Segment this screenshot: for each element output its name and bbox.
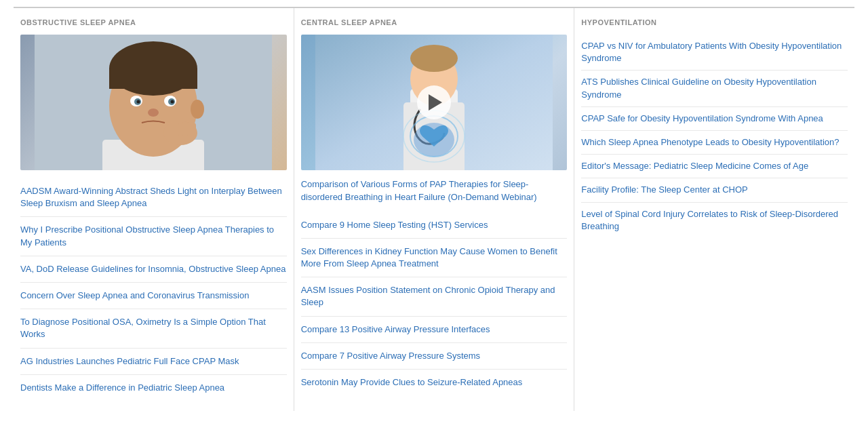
article-link[interactable]: CPAP Safe for Obesity Hypoventilation Sy…	[581, 113, 848, 125]
featured-image-central[interactable]	[301, 35, 568, 170]
article-link[interactable]: To Diagnose Positional OSA, Oximetry Is …	[20, 316, 287, 340]
list-item: Dentists Make a Difference in Pediatric …	[20, 375, 287, 401]
list-item: VA, DoD Release Guidelines for Insomnia,…	[20, 256, 287, 283]
column-header-hypoventilation: HYPOVENTILATION	[581, 18, 848, 26]
columns-container: OBSTRUCTIVE SLEEP APNEA	[14, 7, 854, 411]
list-item: Facility Profile: The Sleep Center at CH…	[581, 178, 848, 202]
svg-rect-15	[174, 123, 179, 136]
article-link[interactable]: AG Industries Launches Pediatric Full Fa…	[20, 355, 287, 368]
play-triangle-icon	[429, 94, 442, 111]
article-link[interactable]: Facility Profile: The Sleep Center at CH…	[581, 184, 848, 196]
list-item: Compare 9 Home Sleep Testing (HST) Servi…	[301, 212, 568, 239]
video-thumbnail[interactable]	[301, 35, 568, 170]
article-link[interactable]: Sex Differences in Kidney Function May C…	[301, 245, 568, 270]
list-item: AASM Issues Position Statement on Chroni…	[301, 277, 568, 316]
obstructive-article-list: AADSM Award-Winning Abstract Sheds Light…	[20, 178, 287, 401]
article-link[interactable]: Concern Over Sleep Apnea and Coronavirus…	[20, 290, 287, 302]
column-obstructive: OBSTRUCTIVE SLEEP APNEA	[14, 8, 294, 411]
article-link[interactable]: AASM Issues Position Statement on Chroni…	[301, 284, 568, 309]
person-svg	[35, 35, 272, 170]
article-link[interactable]: Level of Spinal Cord Injury Correlates t…	[581, 208, 848, 233]
list-item: Compare 7 Positive Airway Pressure Syste…	[301, 343, 568, 370]
svg-point-13	[148, 108, 159, 117]
column-header-central: CENTRAL SLEEP APNEA	[301, 18, 568, 26]
list-item: AADSM Award-Winning Abstract Sheds Light…	[20, 178, 287, 217]
article-link[interactable]: Dentists Make a Difference in Pediatric …	[20, 382, 287, 394]
svg-point-6	[191, 100, 204, 119]
article-link[interactable]: ATS Publishes Clinical Guideline on Obes…	[581, 76, 848, 100]
svg-point-23	[410, 45, 458, 72]
hypoventilation-article-list: CPAP vs NIV for Ambulatory Patients With…	[581, 35, 848, 238]
column-central: CENTRAL SLEEP APNEA	[294, 8, 575, 411]
play-button[interactable]	[417, 85, 451, 119]
list-item: AG Industries Launches Pediatric Full Fa…	[20, 349, 287, 375]
list-item: Serotonin May Provide Clues to Seizure-R…	[301, 370, 568, 395]
article-link[interactable]: Compare 7 Positive Airway Pressure Syste…	[301, 350, 568, 362]
featured-article-title[interactable]: Comparison of Various Forms of PAP Thera…	[301, 178, 568, 204]
article-link[interactable]: Compare 13 Positive Airway Pressure Inte…	[301, 323, 568, 336]
list-item: CPAP Safe for Obesity Hypoventilation Sy…	[581, 107, 848, 131]
list-item: Which Sleep Apnea Phenotype Leads to Obe…	[581, 131, 848, 155]
list-item: Compare 13 Positive Airway Pressure Inte…	[301, 317, 568, 343]
article-link[interactable]: CPAP vs NIV for Ambulatory Patients With…	[581, 40, 848, 64]
central-article-list: Compare 9 Home Sleep Testing (HST) Servi…	[301, 212, 568, 396]
article-link[interactable]: AADSM Award-Winning Abstract Sheds Light…	[20, 185, 287, 210]
featured-image-obstructive	[20, 35, 287, 170]
list-item: CPAP vs NIV for Ambulatory Patients With…	[581, 35, 848, 71]
svg-point-12	[171, 100, 174, 104]
svg-rect-16	[182, 121, 188, 136]
list-item: Sex Differences in Kidney Function May C…	[301, 239, 568, 277]
column-header-obstructive: OBSTRUCTIVE SLEEP APNEA	[20, 18, 287, 26]
svg-rect-17	[191, 123, 196, 136]
article-link[interactable]: Serotonin May Provide Clues to Seizure-R…	[301, 376, 568, 389]
list-item: Why I Prescribe Positional Obstructive S…	[20, 217, 287, 256]
page-container: OBSTRUCTIVE SLEEP APNEA	[0, 0, 868, 418]
article-link[interactable]: Which Sleep Apnea Phenotype Leads to Obe…	[581, 136, 848, 149]
list-item: ATS Publishes Clinical Guideline on Obes…	[581, 71, 848, 106]
list-item: Concern Over Sleep Apnea and Coronavirus…	[20, 283, 287, 309]
list-item: Level of Spinal Cord Injury Correlates t…	[581, 203, 848, 238]
svg-rect-5	[109, 68, 197, 89]
article-link[interactable]: Why I Prescribe Positional Obstructive S…	[20, 224, 287, 248]
list-item: Editor's Message: Pediatric Sleep Medici…	[581, 155, 848, 178]
list-item: To Diagnose Positional OSA, Oximetry Is …	[20, 309, 287, 348]
article-link[interactable]: Compare 9 Home Sleep Testing (HST) Servi…	[301, 219, 568, 231]
svg-point-11	[137, 100, 140, 104]
article-link[interactable]: Editor's Message: Pediatric Sleep Medici…	[581, 160, 848, 172]
person-image	[20, 35, 287, 170]
column-hypoventilation: HYPOVENTILATION CPAP vs NIV for Ambulato…	[574, 8, 854, 411]
article-link[interactable]: VA, DoD Release Guidelines for Insomnia,…	[20, 263, 287, 275]
